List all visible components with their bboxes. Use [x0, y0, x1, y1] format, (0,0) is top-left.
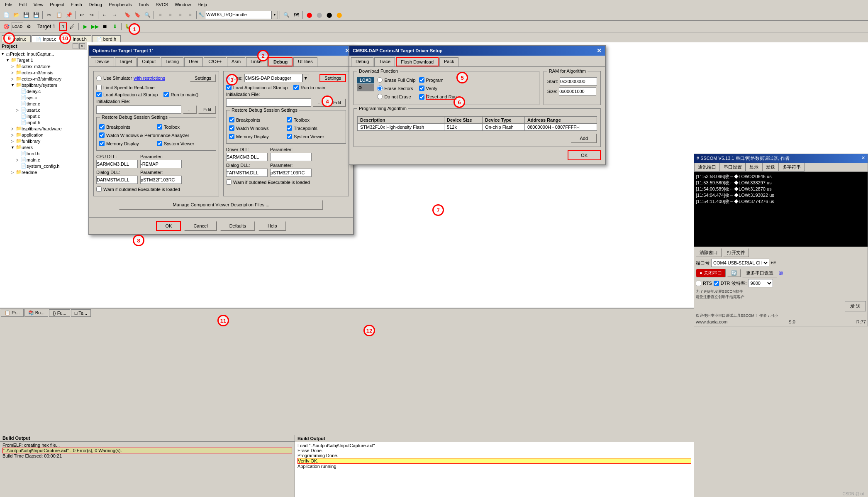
save-all-btn[interactable]: 💾	[32, 10, 41, 20]
target2-btn[interactable]: 🖊	[68, 22, 77, 31]
tree-sys-c[interactable]: 📄 sys.c	[1, 94, 86, 100]
manage-component-btn[interactable]: Manage Component Viewer Description File…	[119, 200, 324, 210]
dialog-dll-input[interactable]	[96, 176, 138, 184]
tree-bord-h[interactable]: 📄 bord.h	[1, 150, 86, 157]
bookmark2-btn[interactable]: 🔖	[133, 10, 142, 20]
tab-bord-h[interactable]: 📄 bord.h	[92, 35, 121, 42]
cmsis-ok-btn[interactable]: OK	[568, 150, 601, 160]
menu-view[interactable]: View	[30, 1, 47, 8]
sim-radio[interactable]	[96, 76, 102, 81]
erase-full-radio[interactable]	[377, 77, 383, 83]
dialog-param2-input[interactable]	[270, 169, 312, 177]
clear-window-btn[interactable]: 清除窗口	[696, 248, 722, 257]
tree-target1[interactable]: ▼ 📁 Target 1	[1, 57, 86, 63]
menu-file[interactable]: File	[2, 1, 16, 8]
sscom-tab-port[interactable]: 串口设置	[720, 163, 746, 171]
more-settings-btn[interactable]: 更多串口设置	[742, 269, 777, 277]
dtr-cb[interactable]	[714, 281, 719, 286]
add-algo-btn[interactable]: Add	[571, 133, 597, 143]
cb-watch-left-input[interactable]	[99, 132, 105, 138]
limit-speed-cb[interactable]	[96, 85, 102, 90]
target-settings-btn[interactable]: ⚙	[24, 22, 33, 31]
cb-breakpoints-right-input[interactable]	[229, 117, 234, 122]
use-init-input[interactable]	[226, 98, 311, 107]
refresh-btn[interactable]: 🔄	[727, 269, 741, 277]
options-defaults-btn[interactable]: Defaults	[220, 221, 255, 231]
cut-btn[interactable]: ✂	[44, 10, 54, 20]
tree-main-c[interactable]: ▷ 📄 main.c	[1, 157, 86, 163]
cmsis-tab-debug[interactable]: Debug	[351, 57, 373, 66]
tab-utilities[interactable]: Utilities	[293, 57, 317, 66]
with-restrictions-link[interactable]: with restrictions	[134, 76, 165, 81]
menu-tools[interactable]: Tools	[135, 1, 153, 8]
program-cb[interactable]	[419, 77, 424, 83]
cmsis-tab-flash[interactable]: Flash Download	[396, 57, 439, 66]
bottom-tab-templates[interactable]: □ Te...	[71, 309, 91, 317]
undo-btn[interactable]: ↩	[77, 10, 86, 20]
send-btn[interactable]: 发 送	[845, 301, 866, 311]
paste-btn[interactable]: 📌	[64, 10, 73, 20]
config-btn[interactable]: ⬤	[305, 10, 314, 20]
options-ok-btn[interactable]: OK	[156, 221, 181, 231]
sim-browse-btn[interactable]: ...	[183, 105, 197, 114]
map-btn[interactable]: 🗺	[292, 10, 301, 20]
fwd-btn[interactable]: →	[110, 10, 119, 20]
function-dropdown[interactable]: ▼	[271, 11, 278, 19]
stop-btn[interactable]: ⬤	[324, 10, 334, 20]
cb-trace-right-input[interactable]	[287, 125, 292, 131]
use-run-main-cb[interactable]	[293, 85, 299, 90]
tab-asm[interactable]: Asm	[227, 57, 245, 66]
tree-bsplib-system[interactable]: ▼ 📁 bsplibrary/system	[1, 82, 86, 88]
menu-peripherals[interactable]: Peripherals	[105, 1, 135, 8]
tree-funlibrary[interactable]: ▷ 📁 funlibrary	[1, 138, 86, 144]
options-help-btn[interactable]: Help	[258, 221, 286, 231]
redo-btn[interactable]: ↪	[87, 10, 96, 20]
tab-device[interactable]: Device	[91, 57, 114, 66]
cb-sysviewer-right-input[interactable]	[287, 134, 292, 139]
stop-build-btn[interactable]: ⏹	[100, 22, 110, 31]
sscom-tab-multi[interactable]: 多字符串	[779, 163, 805, 171]
tree-project[interactable]: ▼ 🗂 Project: InputCaptur...	[1, 51, 86, 57]
rts-cb[interactable]	[696, 281, 701, 286]
save-btn[interactable]: 💾	[22, 10, 31, 20]
use-settings-btn[interactable]: Settings	[319, 74, 346, 82]
panel-minimize-btn[interactable]: _	[73, 43, 78, 49]
tab-target[interactable]: Target	[115, 57, 137, 66]
cb-memory-right-input[interactable]	[229, 134, 234, 139]
cpu-param-input[interactable]	[140, 160, 182, 168]
driver-dll-input[interactable]	[226, 153, 268, 161]
sim-run-main-cb[interactable]	[163, 92, 169, 97]
cb-toolbox-left-input[interactable]	[157, 124, 162, 130]
sim-edit-btn[interactable]: Edit	[198, 105, 216, 114]
tree-input-c[interactable]: 📄 input.c	[1, 113, 86, 119]
new-btn[interactable]: 📄	[2, 10, 11, 20]
bottom-tab-project[interactable]: 📋 Pr...	[1, 309, 24, 317]
cmsis-close-btn[interactable]: ✕	[597, 47, 602, 54]
dialog-param-input[interactable]	[140, 176, 182, 184]
sim-init-input[interactable]	[96, 105, 181, 114]
tree-cotex-core[interactable]: ▷ 📁 cotex-m3/core	[1, 63, 86, 69]
tab-user[interactable]: User	[184, 57, 203, 66]
tree-delay-c[interactable]: 📄 delay.c	[1, 88, 86, 94]
menu-window[interactable]: Window	[171, 1, 194, 8]
ram-size-input[interactable]	[559, 87, 596, 95]
menu-svcs[interactable]: SVCS	[152, 1, 171, 8]
tree-timer-c[interactable]: 📄 timer.c	[1, 100, 86, 107]
dialog-dll2-input[interactable]	[226, 169, 268, 177]
target-select-btn[interactable]: 1	[59, 22, 67, 31]
warn-outdated-right-cb[interactable]	[226, 179, 232, 185]
cmsis-tab-trace[interactable]: Trace	[374, 57, 395, 66]
uncomment-btn[interactable]: ≡	[185, 10, 195, 20]
menu-help[interactable]: Help	[194, 1, 210, 8]
no-erase-radio[interactable]	[377, 94, 383, 99]
cb-breakpoints-left-input[interactable]	[99, 124, 105, 130]
tab-cpp[interactable]: C/C++	[204, 57, 226, 66]
rebuild-btn[interactable]: ▶▶	[90, 22, 100, 31]
close-port-btn[interactable]: ● 关闭串口	[696, 269, 726, 277]
back-btn[interactable]: ←	[100, 10, 109, 20]
indent-btn[interactable]: ≡	[156, 10, 165, 20]
cb-watch-right-input[interactable]	[229, 125, 234, 131]
tab-listing[interactable]: Listing	[161, 57, 183, 66]
bookmark-btn[interactable]: 🔖	[123, 10, 132, 20]
sscom-close[interactable]: ✕	[861, 155, 865, 162]
